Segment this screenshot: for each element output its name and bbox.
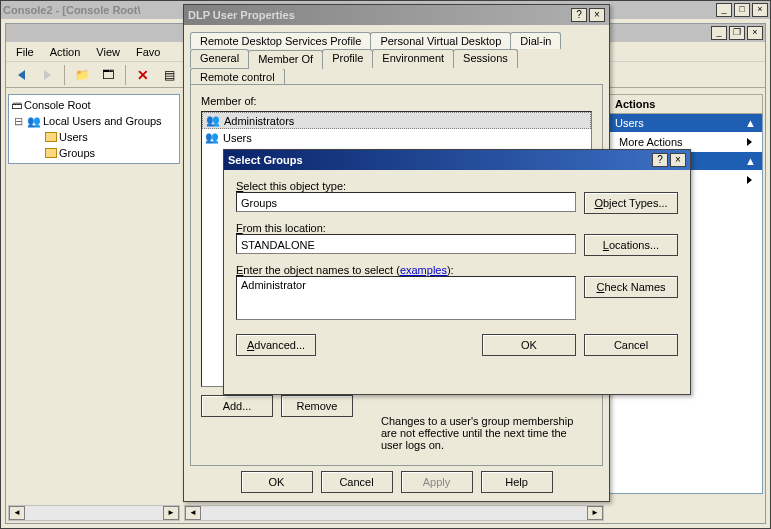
select-groups-dialog: Select Groups ? × Select this object typ… — [223, 149, 691, 395]
tree-label: Local Users and Groups — [43, 115, 162, 127]
folder-icon — [45, 148, 57, 158]
actions-section-users[interactable]: Users ▲ — [609, 114, 762, 132]
props-help-button[interactable]: ? — [571, 8, 587, 22]
delete-icon[interactable]: ✕ — [132, 64, 154, 86]
tree-root[interactable]: Console Root — [11, 97, 177, 113]
tree-label: Console Root — [24, 99, 91, 111]
show-console-icon[interactable] — [97, 64, 119, 86]
minimize-button[interactable]: _ — [716, 3, 732, 17]
group-icon — [206, 114, 220, 127]
chevron-right-icon — [747, 176, 752, 184]
tab-virtual-desktop[interactable]: Personal Virtual Desktop — [370, 32, 511, 49]
tab-member-of[interactable]: Member Of — [248, 50, 323, 69]
advanced-button[interactable]: Advanced... — [236, 334, 316, 356]
console-root-icon — [11, 99, 22, 111]
scroll-right-icon[interactable]: ► — [587, 506, 603, 520]
apply-button[interactable]: Apply — [401, 471, 473, 493]
center-hscrollbar[interactable]: ◄ ► — [184, 505, 604, 521]
maximize-button[interactable]: □ — [734, 3, 750, 17]
scroll-left-icon[interactable]: ◄ — [185, 506, 201, 520]
location-label: From this location: — [236, 222, 678, 234]
location-input[interactable]: STANDALONE — [236, 234, 576, 254]
tab-general[interactable]: General — [190, 49, 249, 68]
list-item[interactable]: Users — [202, 129, 591, 146]
check-names-button[interactable]: Check Names — [584, 276, 678, 298]
membership-hint: Changes to a user's group membership are… — [381, 415, 591, 451]
tree-label: Users — [59, 131, 88, 143]
tree-label: Groups — [59, 147, 95, 159]
toolbar-separator — [64, 65, 65, 85]
selgrp-help-button[interactable]: ? — [652, 153, 668, 167]
menu-view[interactable]: View — [88, 44, 128, 60]
object-names-input[interactable] — [236, 276, 576, 320]
tab-dialin[interactable]: Dial-in — [510, 32, 561, 49]
list-item-label: Administrators — [224, 115, 294, 127]
tab-remote-ctrl[interactable]: Remote control — [190, 68, 285, 85]
tree-node-users[interactable]: Users — [11, 129, 177, 145]
ok-button[interactable]: OK — [482, 334, 576, 356]
menu-file[interactable]: File — [8, 44, 42, 60]
tree-node-groups[interactable]: Groups — [11, 145, 177, 161]
remove-button[interactable]: Remove — [281, 395, 353, 417]
examples-link[interactable]: examples — [400, 264, 447, 276]
up-folder-icon[interactable] — [71, 64, 93, 86]
mdi-minimize-button[interactable]: _ — [711, 26, 727, 40]
props-close-button[interactable]: × — [589, 8, 605, 22]
tab-rds-profile[interactable]: Remote Desktop Services Profile — [190, 32, 371, 49]
tree-pane[interactable]: Console Root ⊟ Local Users and Groups Us… — [8, 94, 180, 164]
object-type-input[interactable]: Groups — [236, 192, 576, 212]
help-button[interactable]: Help — [481, 471, 553, 493]
collapse-icon[interactable]: ⊟ — [11, 115, 25, 128]
tab-profile[interactable]: Profile — [322, 49, 373, 68]
folder-icon — [45, 132, 57, 142]
actions-header: Actions — [608, 94, 763, 114]
object-names-label: Enter the object names to select (exampl… — [236, 264, 678, 276]
tab-environment[interactable]: Environment — [372, 49, 454, 68]
chevron-right-icon — [747, 138, 752, 146]
add-button[interactable]: Add... — [201, 395, 273, 417]
props-title-text: DLP User Properties — [188, 9, 569, 21]
cancel-button[interactable]: Cancel — [321, 471, 393, 493]
group-icon — [205, 131, 219, 144]
member-of-label: Member of: — [201, 95, 592, 107]
object-type-label: Select this object type: — [236, 180, 678, 192]
menu-favorites[interactable]: Favo — [128, 44, 168, 60]
locations-button[interactable]: Locations... — [584, 234, 678, 256]
users-groups-icon — [27, 115, 41, 128]
close-button[interactable]: × — [752, 3, 768, 17]
tree-hscrollbar[interactable]: ◄ ► — [8, 505, 180, 521]
scroll-right-icon[interactable]: ► — [163, 506, 179, 520]
properties-icon[interactable] — [158, 64, 180, 86]
actions-section-label: Users — [615, 117, 644, 129]
forward-button[interactable] — [36, 64, 58, 86]
toolbar-separator — [125, 65, 126, 85]
list-item-label: Users — [223, 132, 252, 144]
scroll-left-icon[interactable]: ◄ — [9, 506, 25, 520]
selgrp-close-button[interactable]: × — [670, 153, 686, 167]
props-titlebar[interactable]: DLP User Properties ? × — [184, 5, 609, 25]
list-item[interactable]: Administrators — [202, 112, 591, 129]
ok-button[interactable]: OK — [241, 471, 313, 493]
actions-item-label: More Actions — [619, 136, 683, 148]
back-button[interactable] — [10, 64, 32, 86]
cancel-button[interactable]: Cancel — [584, 334, 678, 356]
tree-node-local-users[interactable]: ⊟ Local Users and Groups — [11, 113, 177, 129]
mdi-close-button[interactable]: × — [747, 26, 763, 40]
selgrp-title-text: Select Groups — [228, 154, 650, 166]
menu-action[interactable]: Action — [42, 44, 89, 60]
selgrp-titlebar[interactable]: Select Groups ? × — [224, 150, 690, 170]
mdi-restore-button[interactable]: ❐ — [729, 26, 745, 40]
tab-sessions[interactable]: Sessions — [453, 49, 518, 68]
object-types-button[interactable]: Object Types... — [584, 192, 678, 214]
